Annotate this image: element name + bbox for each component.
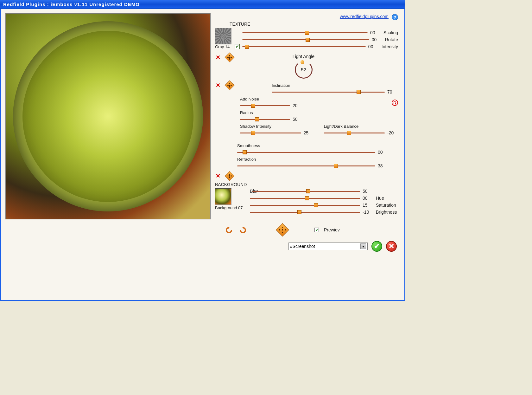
hue-value: 00	[363, 196, 373, 201]
close-icon[interactable]: ✕	[216, 82, 220, 89]
website-link[interactable]: www.redfieldplugins.com	[340, 14, 389, 19]
brightness-label: Brightness	[376, 210, 398, 215]
inclination-label: Inclination	[272, 82, 398, 88]
smoothness-value: 00	[378, 150, 389, 155]
radius-label: Radius	[240, 109, 398, 116]
intensity-slider[interactable]	[242, 46, 366, 47]
saturation-value: 15	[363, 203, 373, 208]
close-icon[interactable]: ✕	[216, 54, 220, 61]
preset-selected-value: #Screenshot	[290, 244, 315, 249]
saturation-label: Saturation	[376, 203, 398, 208]
background-heading: BACKGROUND	[215, 182, 247, 188]
light-angle-knob[interactable]: 52	[295, 61, 313, 79]
rotate-value: 00	[372, 37, 383, 42]
intensity-value: 00	[368, 44, 379, 49]
light-dark-balance-slider[interactable]	[324, 133, 385, 133]
blur-value: 50	[363, 189, 373, 194]
window-titlebar: Redfield Plugins : iEmboss v1.11 Unregis…	[0, 0, 405, 9]
ok-button[interactable]: ✔	[371, 241, 382, 252]
randomize-all-icon[interactable]	[276, 223, 289, 236]
smoothness-slider[interactable]	[237, 152, 375, 153]
registered-badge-icon[interactable]: R	[392, 100, 398, 106]
background-name: Background 07	[215, 205, 247, 210]
add-noise-label: Add Noise	[240, 95, 398, 102]
rotate-label: Rotate	[385, 37, 398, 42]
shadow-intensity-label: Shadow Intensity	[240, 123, 314, 129]
light-dark-balance-label: Light/Dark Balance	[324, 123, 398, 129]
hue-slider[interactable]	[250, 198, 360, 199]
shadow-intensity-slider[interactable]	[240, 133, 301, 133]
brightness-slider[interactable]	[250, 212, 360, 213]
hue-label: Hue	[376, 196, 398, 201]
texture-name: Gray 14	[215, 44, 231, 49]
refraction-slider[interactable]	[237, 165, 375, 166]
brightness-value: -10	[363, 210, 373, 215]
intensity-checkbox[interactable]: ✔	[235, 44, 240, 49]
rotate-slider[interactable]	[242, 39, 369, 40]
chevron-down-icon: ▼	[360, 243, 366, 249]
light-angle-value: 52	[301, 67, 306, 72]
cancel-button[interactable]: ✕	[386, 241, 397, 252]
scaling-value: 00	[370, 30, 381, 35]
preset-select[interactable]: #Screenshot ▼	[288, 243, 368, 250]
main-container: www.redfieldplugins.com ? TEXTURE Gray 1…	[0, 9, 405, 301]
window-title: Redfield Plugins : iEmboss v1.11 Unregis…	[3, 2, 140, 7]
preview-image[interactable]	[5, 13, 211, 219]
smoothness-label: Smoothness	[237, 142, 389, 149]
randomize-icon[interactable]	[225, 80, 234, 90]
light-angle-label: Light Angle	[240, 54, 367, 61]
angle-indicator-dot	[301, 60, 304, 64]
refraction-label: Refraction	[237, 156, 389, 162]
saturation-slider[interactable]	[250, 205, 360, 206]
randomize-icon[interactable]	[225, 52, 234, 62]
undo-icon[interactable]	[225, 226, 233, 233]
background-thumbnail[interactable]	[215, 188, 231, 205]
preview-checkbox[interactable]: ✔	[314, 228, 319, 232]
scaling-slider[interactable]	[242, 32, 368, 33]
inclination-value: 70	[387, 89, 398, 94]
embossed-seal-preview	[13, 21, 203, 211]
help-icon[interactable]: ?	[392, 14, 398, 20]
refraction-value: 38	[378, 163, 389, 168]
controls-panel: www.redfieldplugins.com ? TEXTURE Gray 1…	[211, 13, 398, 297]
texture-heading: TEXTURE	[215, 22, 398, 28]
texture-thumbnail[interactable]	[215, 28, 231, 44]
light-dark-balance-value: -20	[387, 130, 398, 135]
randomize-icon[interactable]	[225, 171, 234, 181]
close-icon[interactable]: ✕	[216, 172, 220, 179]
add-noise-slider[interactable]	[240, 105, 290, 106]
redo-icon[interactable]	[238, 226, 247, 233]
scaling-label: Scaling	[383, 30, 398, 35]
radius-slider[interactable]	[240, 119, 290, 120]
add-noise-value: 20	[293, 103, 303, 108]
blur-slider[interactable]	[252, 191, 360, 192]
shadow-intensity-value: 25	[304, 130, 314, 135]
intensity-label: Intensity	[382, 44, 398, 49]
inclination-slider[interactable]	[272, 92, 385, 93]
preview-label: Prewiev	[324, 227, 340, 232]
radius-value: 50	[293, 117, 303, 122]
